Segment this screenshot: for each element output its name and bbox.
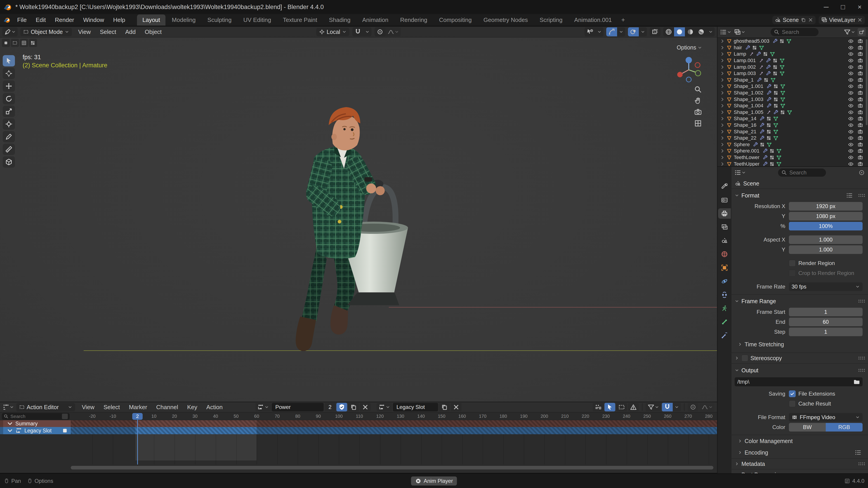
select-mode-extend[interactable] xyxy=(11,39,19,47)
outliner-item[interactable]: Shape_1.001 xyxy=(717,83,868,90)
disable-render-icon[interactable] xyxy=(858,84,863,89)
timeline-scrollbar[interactable] xyxy=(71,466,713,469)
viewport-canvas[interactable]: fps: 31 (2) Scene Collection | Armature … xyxy=(0,37,717,402)
outliner-item[interactable]: Shape_14 xyxy=(717,116,868,122)
preset-icon[interactable] xyxy=(846,192,853,199)
disable-render-icon[interactable] xyxy=(858,142,863,147)
hide-viewport-icon[interactable] xyxy=(848,155,854,160)
format-value-field[interactable]: 1.000 xyxy=(789,246,863,254)
checkbox[interactable] xyxy=(789,260,796,267)
drag-grip[interactable] xyxy=(858,368,865,372)
browse-action-button[interactable] xyxy=(255,403,271,412)
hide-viewport-icon[interactable] xyxy=(848,109,854,115)
workspace-tab-rendering[interactable]: Rendering xyxy=(395,14,433,26)
disable-render-icon[interactable] xyxy=(858,71,863,76)
object-name[interactable]: Shape_14 xyxy=(734,116,756,122)
gizmo-x-neg-axis[interactable] xyxy=(695,63,700,68)
gizmo-x-axis[interactable] xyxy=(677,72,683,77)
playhead-line[interactable] xyxy=(137,420,138,464)
color-rgb-button[interactable]: RGB xyxy=(826,423,863,431)
hide-viewport-icon[interactable] xyxy=(848,161,854,166)
select-mode-subtract[interactable] xyxy=(20,39,28,47)
workspace-tab-animation-001[interactable]: Animation.001 xyxy=(569,14,617,26)
display-mode-button[interactable] xyxy=(734,29,745,36)
close-icon[interactable] xyxy=(857,17,863,23)
object-name[interactable]: Lamp.001 xyxy=(734,58,756,64)
outliner-item[interactable]: Shape_22 xyxy=(717,135,868,141)
shading-solid-button[interactable] xyxy=(674,27,685,36)
object-name[interactable]: Sphere xyxy=(734,142,750,148)
workspace-tab-compositing[interactable]: Compositing xyxy=(434,14,477,26)
minimize-button[interactable]: ─ xyxy=(818,0,835,14)
filter-button[interactable] xyxy=(646,403,661,412)
object-name[interactable]: Lamp.003 xyxy=(734,70,756,76)
format-option[interactable]: Render Region xyxy=(789,260,863,267)
panel-encoding[interactable]: Encoding xyxy=(732,447,868,459)
panel-metadata[interactable]: Metadata xyxy=(732,459,868,469)
tool-measure[interactable] xyxy=(3,144,15,155)
copy-icon[interactable] xyxy=(801,17,806,23)
tool-cursor[interactable] xyxy=(3,68,15,79)
outliner-item[interactable]: TeethUpper xyxy=(717,161,868,166)
hide-viewport-icon[interactable] xyxy=(848,38,854,44)
properties-tab-output[interactable] xyxy=(718,208,731,219)
object-name[interactable]: TeethUpper xyxy=(734,161,760,166)
gizmo-z-axis[interactable] xyxy=(686,57,692,63)
output-path-field[interactable] xyxy=(735,377,863,386)
panel-post-processing[interactable]: Post Processing xyxy=(732,469,868,473)
format-value-field[interactable]: 100% xyxy=(789,222,863,230)
dope-sheet-menu-select[interactable]: Select xyxy=(99,402,124,413)
workspace-tab-texture-paint[interactable]: Texture Paint xyxy=(277,14,322,26)
dope-sheet-menu-marker[interactable]: Marker xyxy=(124,402,152,413)
hide-viewport-icon[interactable] xyxy=(848,90,854,96)
disable-render-icon[interactable] xyxy=(858,135,863,141)
hide-viewport-icon[interactable] xyxy=(848,64,854,70)
tool-select-box[interactable] xyxy=(3,55,15,66)
camera-view-icon[interactable] xyxy=(694,108,702,116)
disable-render-icon[interactable] xyxy=(858,58,863,63)
frame-range-value-field[interactable]: 1 xyxy=(789,328,863,336)
outliner-item[interactable]: Shape_1 xyxy=(717,77,868,84)
properties-tab-scene[interactable] xyxy=(718,235,731,246)
hide-viewport-icon[interactable] xyxy=(848,116,854,121)
transform-orientation-dropdown[interactable]: Local xyxy=(316,28,349,36)
drag-grip[interactable] xyxy=(858,299,865,303)
output-panel-header[interactable]: Output xyxy=(732,365,868,376)
outliner-item[interactable]: Lamp.002 xyxy=(717,64,868,70)
snap-toggle[interactable] xyxy=(662,403,673,412)
close-button[interactable]: × xyxy=(851,0,868,14)
disable-render-icon[interactable] xyxy=(858,148,863,154)
panel-color-management[interactable]: Color Management xyxy=(732,435,868,447)
outliner-search[interactable] xyxy=(771,28,818,36)
workspace-tab-modeling[interactable]: Modeling xyxy=(166,14,201,26)
shading-rendered-button[interactable] xyxy=(696,27,707,36)
disable-render-icon[interactable] xyxy=(858,97,863,102)
falloff-dropdown[interactable] xyxy=(385,27,401,36)
show-layers-button[interactable] xyxy=(593,403,603,412)
selectability-visibility-button[interactable] xyxy=(585,27,595,36)
object-name[interactable]: Lamp xyxy=(734,51,746,57)
outliner-item[interactable]: Shape_1.005 xyxy=(717,109,868,116)
shading-wireframe-button[interactable] xyxy=(663,27,674,36)
frame-range-panel-header[interactable]: Frame Range xyxy=(732,296,868,306)
snap-toggle[interactable] xyxy=(352,27,363,36)
editor-mode-dropdown[interactable]: Action Editor xyxy=(16,403,75,412)
object-name[interactable]: hair xyxy=(734,45,742,51)
proportional-editing-toggle[interactable] xyxy=(375,27,385,36)
timeline-ruler[interactable]: -20-101020304050607080901001101201301401… xyxy=(0,413,717,420)
outliner-scrollbar[interactable] xyxy=(866,39,868,125)
properties-tab-physics[interactable] xyxy=(718,276,731,287)
workspace-tab-layout[interactable]: Layout xyxy=(137,14,165,26)
shading-material-button[interactable] xyxy=(685,27,696,36)
perspective-toggle-icon[interactable] xyxy=(694,119,702,127)
close-icon[interactable] xyxy=(808,17,813,23)
object-name[interactable]: TeethLower xyxy=(734,155,760,160)
object-name[interactable]: Shape_16 xyxy=(734,122,756,128)
object-name[interactable]: Lamp.002 xyxy=(734,64,756,70)
slot-name-field[interactable]: Legacy Slot xyxy=(393,403,438,412)
outliner-item[interactable]: Lamp.003 xyxy=(717,70,868,77)
hide-viewport-icon[interactable] xyxy=(848,58,854,63)
hide-viewport-icon[interactable] xyxy=(848,84,854,89)
disable-render-icon[interactable] xyxy=(858,77,863,83)
cache-result-checkbox[interactable] xyxy=(789,400,796,407)
